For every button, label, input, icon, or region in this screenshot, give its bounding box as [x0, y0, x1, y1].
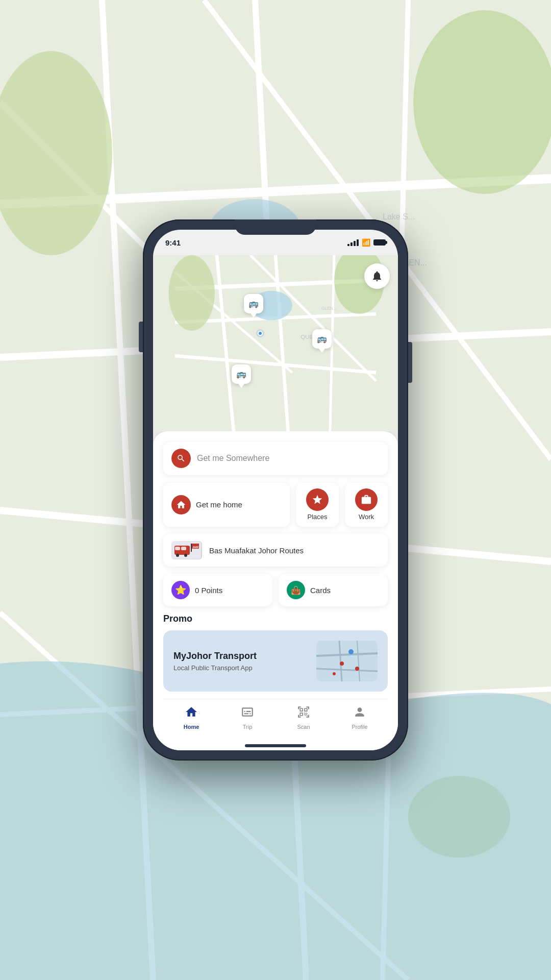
svg-point-47	[340, 662, 344, 666]
svg-rect-35	[181, 547, 186, 550]
nav-scan[interactable]: Scan	[276, 705, 332, 730]
trip-nav-label: Trip	[243, 724, 253, 730]
svg-point-27	[169, 255, 215, 331]
svg-point-48	[355, 667, 359, 671]
nav-profile[interactable]: Profile	[332, 705, 388, 730]
svg-point-49	[333, 672, 336, 675]
cards-icon: 👜	[287, 581, 305, 599]
bottom-navigation: Home Trip Scan	[163, 699, 388, 742]
routes-label: Bas Muafakat Johor Routes	[209, 546, 304, 555]
search-icon-circle	[171, 449, 191, 468]
svg-point-12	[413, 10, 551, 194]
bell-icon	[371, 270, 383, 282]
work-button[interactable]: Work	[345, 482, 388, 527]
places-button[interactable]: Places	[296, 482, 339, 527]
nav-home[interactable]: Home	[163, 705, 219, 730]
work-label: Work	[359, 513, 374, 521]
home-indicator	[245, 744, 306, 747]
status-time: 9:41	[165, 238, 181, 247]
action-shortcuts: Places Work	[296, 482, 388, 527]
search-placeholder: Get me Somewhere	[197, 454, 269, 463]
promo-main-text: MyJohor Transport	[173, 650, 316, 662]
bus-marker-3: 🚌	[232, 364, 251, 388]
places-icon	[312, 494, 323, 505]
promo-text-area: MyJohor Transport Local Public Transport…	[173, 650, 316, 672]
profile-nav-icon	[353, 705, 366, 722]
status-icons: 📶	[347, 238, 386, 247]
points-value: 0 Points	[195, 586, 222, 595]
promo-title: Promo	[163, 614, 388, 624]
work-icon	[361, 494, 372, 505]
places-label: Places	[307, 513, 327, 521]
svg-text:Lake S...: Lake S...	[383, 212, 415, 221]
home-icon	[176, 500, 186, 510]
svg-text:JHR: JHR	[192, 546, 199, 549]
home-nav-icon	[185, 705, 198, 722]
cards-label: Cards	[310, 586, 331, 595]
search-icon	[177, 454, 186, 463]
search-bar[interactable]: Get me Somewhere	[163, 442, 388, 475]
points-cards-row: ⭐ 0 Points 👜 Cards	[163, 574, 388, 606]
promo-sub-text: Local Public Transport App	[173, 664, 316, 672]
svg-rect-41	[316, 641, 378, 681]
bus-icon-3: 🚌	[232, 364, 251, 384]
bus-icon-1: 🚌	[244, 294, 263, 313]
phone-screen: 9:41 📶	[153, 230, 398, 750]
trip-nav-icon	[241, 705, 254, 722]
scan-nav-label: Scan	[297, 724, 310, 730]
promo-map-preview	[316, 641, 378, 681]
home-nav-label: Home	[184, 724, 199, 730]
nav-trip[interactable]: Trip	[219, 705, 276, 730]
places-icon-circle	[306, 488, 329, 511]
promo-card[interactable]: MyJohor Transport Local Public Transport…	[163, 630, 388, 692]
promo-section: Promo MyJohor Transport Local Public Tra…	[163, 614, 388, 692]
bus-marker-1: 🚌	[244, 294, 263, 317]
phone-notch	[235, 219, 316, 235]
points-button[interactable]: ⭐ 0 Points	[163, 574, 272, 606]
home-icon-circle	[171, 495, 191, 514]
get-home-label: Get me home	[196, 500, 242, 509]
svg-text:GLEN...: GLEN...	[321, 306, 336, 311]
routes-banner[interactable]: JHR Bas Muafakat Johor Routes	[163, 534, 388, 567]
scan-nav-icon	[297, 705, 310, 722]
svg-point-46	[348, 649, 354, 654]
quick-actions-row: Get me home Places	[163, 482, 388, 527]
routes-logo: JHR	[171, 541, 202, 559]
svg-point-36	[176, 554, 179, 557]
cards-button[interactable]: 👜 Cards	[279, 574, 388, 606]
svg-rect-38	[191, 544, 192, 552]
current-location-dot	[256, 329, 264, 337]
profile-nav-label: Profile	[352, 724, 367, 730]
wifi-icon: 📶	[362, 238, 370, 247]
get-home-button[interactable]: Get me home	[163, 482, 290, 527]
points-icon: ⭐	[171, 581, 190, 599]
map-view[interactable]: QUEENS GLEN... 🚌 🚌 🚌	[153, 255, 398, 431]
signal-icon	[347, 239, 359, 246]
bus-marker-2: 🚌	[312, 329, 332, 353]
notification-button[interactable]	[364, 263, 390, 289]
bus-icon-2: 🚌	[312, 329, 332, 349]
battery-icon	[373, 239, 386, 246]
work-icon-circle	[355, 488, 378, 511]
svg-rect-34	[175, 547, 180, 550]
svg-point-37	[184, 554, 187, 557]
phone-device: 9:41 📶	[143, 219, 408, 761]
bottom-panel: Get me Somewhere Get me home	[153, 431, 398, 750]
